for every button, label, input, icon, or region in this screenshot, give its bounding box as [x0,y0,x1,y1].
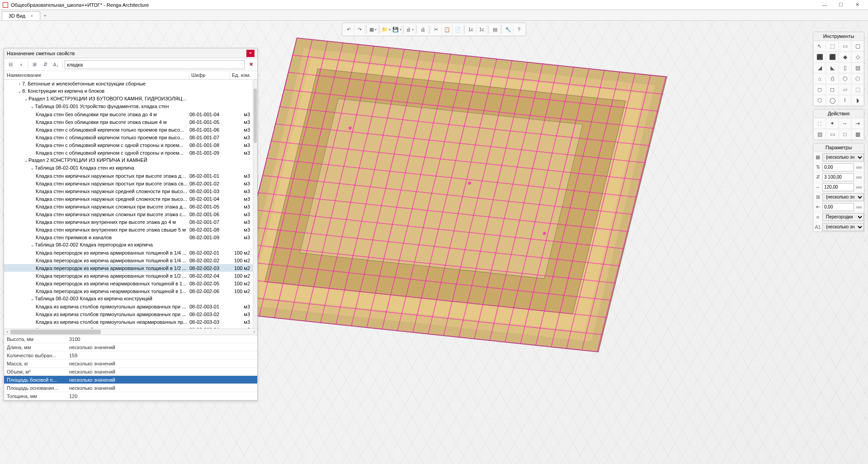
toolbar-button[interactable]: 💾 [392,24,402,34]
action-button[interactable]: ⇥ [851,118,864,129]
param-input[interactable] [822,173,854,181]
toolbar-button[interactable]: 🖨 [405,24,415,34]
tree-row[interactable]: Кладка перегородок из кирпича неармирова… [4,279,253,287]
tree-icon[interactable]: ⇵ [41,60,50,69]
col-name[interactable]: Наименование [4,71,189,79]
toolbar-button[interactable]: 1c [476,24,487,34]
tool-button[interactable]: ◆ [839,52,851,62]
tree-row[interactable]: Кладка стен кирпичных наружных простых п… [4,180,253,187]
tree-row[interactable]: Кладка стен кирпичных наружных сложных п… [4,210,253,218]
property-row[interactable]: Высота, мм3100 [4,335,257,343]
tool-button[interactable]: ⬡ [813,95,826,106]
tree-row[interactable]: Кладка стен без облицовки при высоте эта… [4,118,253,126]
tree-row[interactable]: ⌄Раздел 2 КОНСТРУКЦИИ ИЗ КИРПИЧА И КАМНЕ… [4,156,253,164]
tree-row[interactable]: Кладка из кирпича столбов прямоугольных … [4,310,253,318]
action-button[interactable]: ✦ [826,118,839,129]
tree-row[interactable]: Кладка перегородок из кирпича армированн… [4,264,253,272]
tree-row[interactable]: Кладка стен с облицовкой кирпичом только… [4,133,253,141]
tool-button[interactable]: ▭ [839,41,851,52]
tree-row[interactable]: Кладка стен кирпичных внутренних при выс… [4,218,253,226]
tree-row[interactable]: Кладка стен кирпичных наружных средней с… [4,195,253,203]
tree-row[interactable]: Кладка стен без облицовки при высоте эта… [4,110,253,118]
action-button[interactable]: ▭ [826,129,839,140]
tool-button[interactable]: ⎙ [826,73,839,84]
tree-vscrollbar[interactable] [253,80,257,328]
action-button[interactable]: □ [839,129,851,140]
property-row[interactable]: Толщина, мм120 [4,392,257,400]
remove-icon[interactable]: × [17,60,26,69]
tree-row[interactable]: Кладка из кирпича столбов прямоугольных … [4,318,253,326]
tree-row[interactable]: ⌄Таблица 08-01-001 Устройство фундаменто… [4,103,253,110]
param-input[interactable] [822,163,854,171]
tree-row[interactable]: Кладка стен с облицовкой кирпичом с одно… [4,149,253,156]
tool-button[interactable]: ⌂ [813,73,826,84]
property-row[interactable]: Количество выбран...159 [4,351,257,360]
action-button[interactable]: ▤ [813,129,826,140]
tree-row[interactable]: Кладка перегородок из кирпича армированн… [4,249,253,256]
minimize-button[interactable]: — [816,2,833,8]
sort-icon[interactable]: A↓ [52,60,61,69]
col-code[interactable]: Шифр [189,71,230,79]
property-row[interactable]: Объем, м³несколько значений [4,368,257,376]
tool-button[interactable]: ▤ [851,62,864,73]
tool-button[interactable]: ◻ [826,84,839,95]
toolbar-button[interactable]: 🖨 [418,24,429,34]
toolbar-button[interactable]: 📁 [381,24,392,34]
tool-button[interactable]: ◻ [813,84,826,95]
tool-button[interactable]: ⬚ [826,41,839,52]
toolbar-button[interactable]: 🔧 [503,24,514,34]
tree-row[interactable]: ⌄Таблица 08-02-001 Кладка стен из кирпич… [4,164,253,172]
tree-row[interactable]: Кладка перегородок из кирпича армированн… [4,272,253,279]
tree-row[interactable]: Кладка стен с облицовкой кирпичом только… [4,126,253,133]
tree-hscrollbar[interactable]: ‹› [4,328,257,335]
expand-all-icon[interactable]: ⊞ [30,60,39,69]
toolbar-button[interactable]: 📄 [453,24,463,34]
tree-row[interactable]: Кладка перегородок из кирпича армированн… [4,256,253,264]
tool-button[interactable]: ⬛ [826,52,839,62]
action-button[interactable]: ↔ [839,118,851,129]
tree-row[interactable]: ⌄8. Конструкции из кирпича и блоков [4,87,253,95]
toolbar-button[interactable]: 1c [466,24,476,34]
action-button[interactable]: ▦ [851,129,864,140]
param-input[interactable]: Перегородки [822,213,864,221]
tool-button[interactable]: ⬠ [851,73,864,84]
tool-button[interactable]: ◇ [851,52,864,62]
tree-row[interactable]: Кладка стен кирпичных внутренних при выс… [4,226,253,233]
tool-button[interactable]: ▯ [839,62,851,73]
tree-row[interactable]: ⌄Таблица 08-02-003 Кладка из кирпича кон… [4,295,253,303]
tree-row[interactable]: ⌄Раздел 1 КОНСТРУКЦИИ ИЗ БУТОВОГО КАМНЯ,… [4,95,253,103]
panel-close-button[interactable]: × [246,50,255,57]
tree-row[interactable]: Кладка стен кирпичных наружных простых п… [4,172,253,180]
param-input[interactable]: (несколько зн [822,153,864,161]
tree-row[interactable]: Кладка перегородок из кирпича неармирова… [4,287,253,295]
tool-button[interactable]: ⬛ [813,52,826,62]
tool-button[interactable]: ⬡ [839,73,851,84]
tree-row[interactable]: Кладка из кирпича столбов прямоугольных … [4,303,253,310]
action-button[interactable]: ⸬ [813,118,826,129]
toolbar-button[interactable]: ↶ [344,24,354,34]
tool-button[interactable]: ◯ [826,95,839,106]
clear-search-icon[interactable]: ✖ [246,62,255,67]
tool-button[interactable]: ▢ [851,41,864,52]
property-row[interactable]: Площадь боковой п...несколько значений [4,376,257,384]
param-input[interactable]: (несколько зн [822,193,864,201]
property-row[interactable]: Площадь основания...несколько значений [4,384,257,392]
tree-row[interactable]: Кладка стен кирпичных наружных сложных п… [4,203,253,210]
toolbar-button[interactable]: ✂ [431,24,442,34]
collapse-all-icon[interactable]: ⊟ [6,60,15,69]
tool-button[interactable]: ▱ [839,84,851,95]
close-window-button[interactable]: ✕ [849,2,865,8]
tool-button[interactable]: ⌇ [839,95,851,106]
tree-row[interactable]: ⌄Таблица 08-02-002 Кладка перегородок из… [4,241,253,249]
tree-row[interactable]: ›7. Бетонные и железобетонные конструкци… [4,80,253,87]
tool-button[interactable]: ◢ [813,62,826,73]
toolbar-button[interactable]: ▤ [490,24,500,34]
tree-row[interactable]: Кладка стен с облицовкой кирпичом с одно… [4,141,253,149]
tree-row[interactable]: Кладка стен кирпичных наружных средней с… [4,187,253,195]
param-input[interactable] [822,203,854,211]
maximize-button[interactable]: ☐ [833,2,849,8]
tool-button[interactable]: ↖ [813,41,826,52]
add-tab-button[interactable]: + [40,11,50,19]
tab-close-icon[interactable]: × [30,13,33,19]
toolbar-button[interactable]: ? [514,24,524,34]
